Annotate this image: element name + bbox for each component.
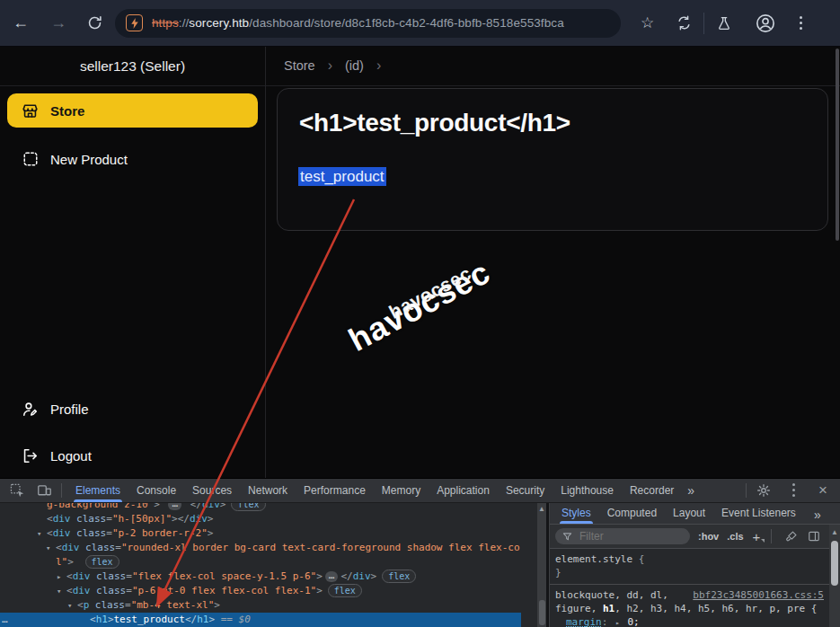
toolbar-divider <box>61 483 62 498</box>
devtools-settings-button[interactable] <box>752 479 775 502</box>
sync-tabs-button[interactable] <box>672 12 695 35</box>
devtools: ElementsConsoleSourcesNetworkPerformance… <box>0 478 840 627</box>
dom-tree-node[interactable]: ▾<div class="rounded-xl border bg-card t… <box>0 541 521 570</box>
devtools-tab-memory[interactable]: Memory <box>374 479 429 502</box>
flex-badge[interactable]: flex <box>328 584 362 597</box>
devtools-tab-console[interactable]: Console <box>128 479 184 502</box>
address-bar[interactable]: https://sorcery.htb/dashboard/store/d8c1… <box>115 9 621 38</box>
styles-scrollbar[interactable]: ▲ <box>829 525 840 627</box>
bookmark-star-icon[interactable]: ☆ <box>641 13 654 32</box>
styles-filter-input[interactable] <box>578 529 671 543</box>
sidebar-item-label: Profile <box>50 402 89 417</box>
user-role-title: seller123 (Seller) <box>0 47 265 85</box>
devtools-tab-security[interactable]: Security <box>498 479 553 502</box>
styles-tab-layout[interactable]: Layout <box>665 503 713 524</box>
dashed-square-icon <box>22 151 39 168</box>
devtools-menu-button[interactable] <box>784 479 802 500</box>
insecure-site-icon[interactable] <box>126 14 143 31</box>
code-token: = <box>126 585 132 596</box>
product-description: test_product <box>298 168 386 186</box>
flex-badge[interactable]: flex <box>85 555 119 569</box>
breadcrumb-item-id[interactable]: (id) <box>345 58 364 73</box>
code-token: div <box>62 542 80 553</box>
element-style-rule[interactable]: element.style { } <box>550 549 829 585</box>
profile-avatar-button[interactable] <box>754 12 777 35</box>
product-card: <h1>test_product</h1> test_product <box>277 88 828 231</box>
dom-tree-node[interactable]: ▾<div class="p-2 border-r-2"> <box>0 526 521 541</box>
product-title: <h1>test_product</h1> <box>299 109 570 137</box>
matched-selector: h1 <box>603 603 615 614</box>
page-scrollbar[interactable] <box>836 49 839 241</box>
flex-badge[interactable]: flex <box>231 503 265 511</box>
scrollbar-thumb[interactable] <box>539 600 545 625</box>
css-rule[interactable]: bbf23c3485001663.css:5 blockquote, dd, d… <box>550 585 829 627</box>
elements-scrollbar[interactable]: ▲ <box>537 503 546 627</box>
more-tabs-button[interactable]: » <box>809 503 827 526</box>
code-token: < <box>66 570 73 582</box>
forward-button[interactable]: → <box>47 12 70 35</box>
stylesheet-link[interactable]: bbf23c3485001663.css:5 <box>693 588 824 602</box>
funnel-icon <box>562 532 572 542</box>
collapse-arrow-icon[interactable]: ▾ <box>46 541 50 555</box>
code-token: > <box>371 570 377 582</box>
rule-selector: blockquote, dd, dl, <box>555 589 668 601</box>
more-tabs-button[interactable]: » <box>682 479 700 502</box>
sidebar-item-logout[interactable]: Logout <box>7 440 258 471</box>
node-more-actions[interactable]: … <box>2 613 7 627</box>
devtools-tab-performance[interactable]: Performance <box>296 479 374 502</box>
back-button[interactable]: ← <box>9 12 32 35</box>
dom-tree-node[interactable]: <h1>test_product</h1> == $0… <box>0 613 521 627</box>
styles-tab-event-listeners[interactable]: Event Listeners <box>713 503 804 524</box>
expand-arrow-icon[interactable]: ▸ <box>57 570 61 584</box>
rendering-emulation-button[interactable] <box>785 530 798 543</box>
styles-tab-styles[interactable]: Styles <box>553 503 599 524</box>
device-toolbar-button[interactable] <box>32 479 56 502</box>
element-classes-button[interactable]: .cls <box>727 531 743 542</box>
devtools-tab-sources[interactable]: Sources <box>184 479 240 502</box>
browser-menu-button[interactable] <box>791 13 809 34</box>
inspect-element-button[interactable] <box>5 479 29 502</box>
toggle-element-state-button[interactable]: :hov <box>698 531 719 542</box>
styles-filter-input-wrap[interactable] <box>555 528 690 544</box>
sidebar-item-new-product[interactable]: New Product <box>7 142 258 176</box>
expand-arrow-icon[interactable]: ▸ <box>615 619 620 627</box>
devtools-tab-recorder[interactable]: Recorder <box>622 479 682 502</box>
collapsed-content-button[interactable]: … <box>168 503 181 510</box>
dom-tree-node[interactable]: <div class="h-[50px]"></div> <box>0 512 521 526</box>
collapsed-content-button[interactable]: … <box>325 571 339 582</box>
dom-tree-node[interactable]: ▸<div class="flex flex-col space-y-1.5 p… <box>0 570 521 584</box>
reload-button[interactable] <box>83 12 106 35</box>
computed-sidebar-toggle-button[interactable] <box>808 530 820 543</box>
sidebar-item-store[interactable]: Store <box>7 93 258 128</box>
flex-badge[interactable]: flex <box>382 570 416 583</box>
css-property[interactable]: margin: ▸ 0; <box>555 615 824 627</box>
collapse-arrow-icon[interactable]: ▾ <box>57 584 61 598</box>
new-style-rule-button[interactable]: + <box>753 529 761 544</box>
devtools-tab-lighthouse[interactable]: Lighthouse <box>553 479 622 502</box>
collapse-arrow-icon[interactable]: ▾ <box>37 526 41 541</box>
code-token: h1 <box>197 614 208 625</box>
breadcrumb-item-store[interactable]: Store <box>284 58 315 73</box>
code-token: "p-2 border-r-2" <box>112 527 208 539</box>
styles-panel: StylesComputedLayoutEvent Listeners » :h… <box>550 503 840 627</box>
sidebar-item-profile[interactable]: Profile <box>7 393 258 424</box>
devtools-tab-application[interactable]: Application <box>429 479 498 502</box>
sync-icon <box>676 15 692 31</box>
code-token: > <box>208 513 214 525</box>
experiments-button[interactable] <box>712 12 736 35</box>
scroll-up-icon[interactable]: ▲ <box>829 528 840 536</box>
styles-tab-computed[interactable]: Computed <box>599 503 665 524</box>
dom-tree-node[interactable]: ▾<p class="mb-4 text-xl"> <box>0 598 521 613</box>
code-token: </ <box>185 614 197 625</box>
gear-icon <box>756 483 771 498</box>
sidebar-item-label: New Product <box>50 152 128 167</box>
scroll-up-icon[interactable]: ▲ <box>537 505 546 513</box>
code-token: class <box>89 599 125 611</box>
scrollbar-thumb[interactable] <box>831 541 838 586</box>
collapse-arrow-icon[interactable]: ▾ <box>67 598 72 613</box>
devtools-tab-elements[interactable]: Elements <box>67 479 128 502</box>
devtools-close-button[interactable]: × <box>811 479 835 502</box>
devtools-tab-network[interactable]: Network <box>240 479 296 502</box>
dom-tree-node[interactable]: g-background z-10"> … </div>flex <box>0 503 521 512</box>
dom-tree-node[interactable]: ▾<div class="p-6 pt-0 flex flex-col flex… <box>0 584 521 598</box>
